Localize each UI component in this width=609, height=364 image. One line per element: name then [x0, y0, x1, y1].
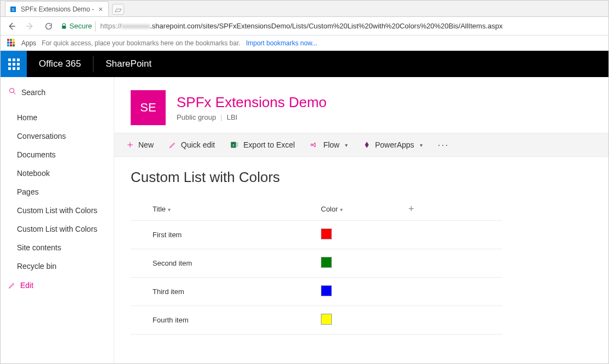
cell-title: Fourth item — [131, 306, 317, 334]
pencil-icon — [8, 281, 16, 289]
waffle-icon — [8, 58, 20, 70]
chevron-down-icon: ▾ — [345, 142, 348, 148]
table-row[interactable]: First item — [131, 221, 502, 249]
quick-edit-label: Quick edit — [181, 140, 215, 149]
flow-button[interactable]: Flow ▾ — [310, 140, 348, 149]
flow-icon — [310, 140, 319, 149]
new-label: New — [138, 140, 154, 149]
cell-color — [317, 249, 404, 278]
left-navigation: Search HomeConversationsDocumentsNoteboo… — [1, 77, 114, 364]
export-label: Export to Excel — [243, 140, 295, 149]
list-table: Title▾ Color▾ + First itemSecond itemThi… — [131, 198, 502, 334]
site-title[interactable]: SPFx Extensions Demo — [177, 94, 327, 111]
svg-rect-7 — [236, 144, 238, 145]
svg-point-2 — [10, 89, 14, 93]
pencil-icon — [169, 141, 177, 149]
site-header: SE SPFx Extensions Demo Public group|LBI — [114, 77, 608, 133]
browser-tab[interactable]: S SPFx Extensions Demo - × — [5, 1, 109, 16]
edit-nav-link[interactable]: Edit — [1, 275, 114, 295]
chevron-down-icon: ▾ — [420, 142, 423, 148]
tab-title: SPFx Extensions Demo - — [21, 5, 94, 13]
table-row[interactable]: Fourth item — [131, 306, 502, 334]
powerapps-label: PowerApps — [375, 140, 414, 149]
new-tab-button[interactable]: ▱ — [112, 4, 124, 15]
search-label: Search — [21, 88, 45, 97]
svg-point-9 — [311, 144, 313, 145]
export-excel-button[interactable]: x Export to Excel — [230, 140, 295, 149]
app-launcher-button[interactable] — [1, 51, 27, 77]
nav-item[interactable]: Custom List with Colors — [1, 201, 114, 220]
nav-item[interactable]: Documents — [1, 145, 114, 164]
flow-label: Flow — [323, 140, 339, 149]
quick-edit-button[interactable]: Quick edit — [169, 140, 215, 149]
bookmarks-bar: Apps For quick access, place your bookma… — [1, 36, 608, 51]
edit-label: Edit — [20, 281, 33, 290]
reload-button[interactable] — [42, 20, 55, 33]
sharepoint-favicon-icon: S — [10, 5, 17, 13]
apps-label[interactable]: Apps — [21, 39, 36, 47]
suite-brand[interactable]: Office 365 — [27, 58, 93, 69]
back-button[interactable] — [5, 20, 18, 33]
color-swatch — [321, 314, 332, 325]
chevron-down-icon: ▾ — [168, 207, 171, 213]
new-button[interactable]: New — [126, 140, 154, 149]
nav-item[interactable]: Conversations — [1, 127, 114, 145]
svg-line-3 — [14, 92, 15, 94]
svg-text:S: S — [11, 7, 14, 12]
plus-icon — [126, 141, 134, 149]
bookmark-hint: For quick access, place your bookmarks h… — [42, 39, 241, 47]
cell-color — [317, 278, 404, 306]
svg-rect-6 — [236, 143, 238, 144]
add-column-button[interactable]: + — [404, 198, 502, 221]
command-bar: New Quick edit x Export to Excel Flow ▾ … — [114, 133, 608, 157]
list-title: Custom List with Colors — [131, 169, 592, 186]
chevron-down-icon: ▾ — [340, 207, 343, 213]
secure-indicator: Secure — [61, 22, 92, 30]
browser-tab-bar: S SPFx Extensions Demo - × ▱ — [1, 1, 608, 17]
cell-title: First item — [131, 221, 317, 249]
address-bar: Secure https://xxxxxxxx.sharepoint.com/s… — [1, 17, 608, 36]
cell-title: Third item — [131, 278, 317, 306]
table-row[interactable]: Second item — [131, 249, 502, 278]
arrow-right-icon — [25, 21, 35, 31]
lock-icon — [61, 23, 67, 30]
color-swatch — [321, 257, 332, 268]
search-box[interactable]: Search — [1, 81, 114, 103]
nav-item[interactable]: Custom List with Colors — [1, 220, 114, 238]
site-subtitle: Public group|LBI — [177, 113, 327, 121]
suite-header: Office 365 SharePoint — [1, 51, 608, 77]
reload-icon — [44, 22, 53, 31]
color-swatch — [321, 228, 332, 239]
plus-icon: + — [408, 203, 414, 214]
import-bookmarks-link[interactable]: Import bookmarks now... — [246, 39, 318, 47]
svg-rect-8 — [236, 145, 238, 146]
powerapps-button[interactable]: PowerApps ▾ — [363, 140, 423, 149]
cell-color — [317, 306, 404, 334]
powerapps-icon — [363, 141, 371, 149]
color-swatch — [321, 285, 332, 296]
cell-color — [317, 221, 404, 249]
nav-item[interactable]: Recycle bin — [1, 257, 114, 275]
apps-grid-icon[interactable] — [7, 39, 16, 48]
nav-item[interactable]: Notebook — [1, 164, 114, 183]
forward-button[interactable] — [24, 20, 37, 33]
url-text: https://xxxxxxxx.sharepoint.com/sites/SP… — [100, 22, 502, 30]
app-name[interactable]: SharePoint — [93, 58, 163, 69]
column-header-color[interactable]: Color▾ — [317, 198, 404, 221]
table-row[interactable]: Third item — [131, 278, 502, 306]
nav-item[interactable]: Pages — [1, 183, 114, 201]
search-icon — [8, 87, 17, 97]
close-tab-icon[interactable]: × — [94, 5, 103, 14]
excel-icon: x — [230, 140, 239, 149]
secure-label: Secure — [69, 22, 92, 30]
site-logo-tile[interactable]: SE — [131, 90, 166, 125]
arrow-left-icon — [7, 21, 16, 31]
nav-item[interactable]: Site contents — [1, 238, 114, 257]
more-actions-button[interactable]: ··· — [438, 139, 449, 151]
content-area: SE SPFx Extensions Demo Public group|LBI… — [114, 77, 608, 364]
url-bar[interactable]: Secure https://xxxxxxxx.sharepoint.com/s… — [61, 21, 604, 31]
column-header-title[interactable]: Title▾ — [131, 198, 317, 221]
cell-title: Second item — [131, 249, 317, 278]
nav-item[interactable]: Home — [1, 108, 114, 127]
